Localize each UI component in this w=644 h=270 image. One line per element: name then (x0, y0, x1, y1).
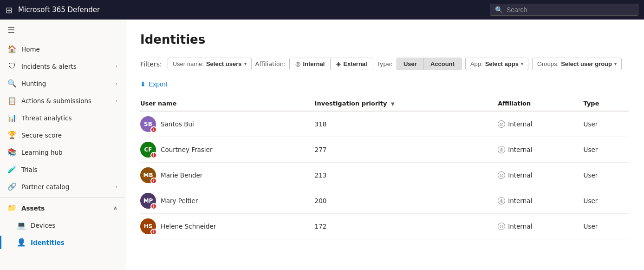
td-type: User (584, 214, 629, 239)
sidebar-divider (0, 197, 125, 198)
table-row[interactable]: SB i Santos Bui 318 ◎ Internal User (140, 111, 629, 137)
sidebar-item-identities[interactable]: 👤 Identities (0, 234, 125, 251)
td-priority: 200 (315, 188, 498, 214)
affiliation-label: Internal (508, 171, 532, 179)
search-icon: 🔍 (495, 6, 503, 13)
home-icon: 🏠 (7, 45, 17, 53)
type-filter-group: User Account (397, 58, 462, 70)
table-row[interactable]: HS i Helene Schneider 172 ◎ Internal Use… (140, 214, 629, 239)
affil-external-icon: ◈ (336, 60, 341, 67)
identities-table: User name Investigation priority ▼ Affil… (140, 96, 629, 239)
affiliation-label: Internal (508, 146, 532, 153)
avatar-alert-icon: i (150, 229, 157, 235)
affiliation-key-label: Affiliation: (255, 60, 286, 67)
filters-row: Filters: User name: Select users ▾ Affil… (140, 58, 629, 70)
td-affiliation: ◎ Internal (498, 163, 583, 188)
sidebar-item-incidents[interactable]: 🛡 Incidents & alerts › (0, 58, 125, 75)
sidebar-assets-header[interactable]: 📁 Assets ∧ (0, 199, 125, 217)
chevron-icon: › (116, 184, 117, 190)
th-username: User name (140, 96, 315, 111)
export-button[interactable]: ⬇ Export (140, 79, 167, 90)
affiliation-filter-group: ◎ Internal ◈ External (289, 58, 373, 70)
sidebar-item-threat[interactable]: 📊 Threat analytics (0, 109, 125, 126)
affil-internal-icon: ◎ (295, 60, 300, 67)
grid-icon[interactable]: ⊞ (6, 5, 13, 15)
page-title: Identities (140, 33, 629, 46)
td-username: MP i Mary Peltier (140, 188, 315, 214)
username-val-label: Select users (206, 60, 242, 67)
table-row[interactable]: MP i Mary Peltier 200 ◎ Internal User (140, 188, 629, 214)
username-filter[interactable]: User name: Select users ▾ (168, 58, 252, 70)
chevron-icon: › (116, 63, 117, 69)
avatar-wrap: MP i (140, 193, 156, 209)
hunting-icon: 🔍 (7, 79, 17, 88)
sidebar-item-home[interactable]: 🏠 Home (0, 40, 125, 58)
table-header-row: User name Investigation priority ▼ Affil… (140, 96, 629, 111)
affil-internal-btn[interactable]: ◎ Internal (290, 58, 331, 70)
affil-external-label: External (343, 60, 367, 67)
affiliation-icon: ◎ (498, 197, 505, 204)
td-username: MB i Marie Bender (140, 163, 315, 188)
identities-icon: 👤 (17, 238, 26, 247)
avatar-wrap: HS i (140, 218, 156, 234)
affiliation-label: Internal (508, 197, 532, 204)
secure-icon: 🏆 (7, 131, 17, 139)
type-account-btn[interactable]: Account (424, 58, 461, 70)
affil-external-btn[interactable]: ◈ External (331, 58, 372, 70)
export-row: ⬇ Export (140, 79, 629, 90)
user-name: Marie Bender (161, 171, 202, 179)
avatar-wrap: SB i (140, 116, 156, 132)
td-priority: 277 (315, 137, 498, 163)
partner-icon: 🔗 (7, 182, 17, 191)
td-type: User (584, 111, 629, 137)
sidebar-item-hunting[interactable]: 🔍 Hunting › (0, 75, 125, 92)
avatar-alert-icon: i (150, 178, 157, 184)
chevron-down-icon: ▾ (521, 61, 523, 66)
td-username: SB i Santos Bui (140, 111, 315, 137)
affiliation-label: Internal (508, 223, 532, 230)
trials-icon: 🧪 (7, 165, 17, 174)
sidebar-item-partner[interactable]: 🔗 Partner catalog › (0, 178, 125, 195)
sort-icon: ▼ (391, 101, 395, 106)
shield-icon: 🛡 (7, 62, 17, 71)
sidebar-item-secure[interactable]: 🏆 Secure score (0, 126, 125, 144)
td-username: CF i Courtney Frasier (140, 137, 315, 163)
export-icon: ⬇ (140, 80, 146, 88)
app-val-label: Select apps (485, 60, 519, 67)
type-key-label: Type: (377, 60, 393, 67)
groups-filter[interactable]: Groups: Select user group ▾ (532, 58, 622, 70)
topbar: ⊞ Microsoft 365 Defender 🔍 (0, 0, 644, 20)
th-priority[interactable]: Investigation priority ▼ (315, 96, 498, 111)
affiliation-label: Internal (508, 120, 532, 128)
search-input[interactable] (507, 6, 633, 13)
affil-internal-label: Internal (303, 60, 325, 67)
main-content: Identities Filters: User name: Select us… (125, 20, 644, 270)
user-name: Helene Schneider (161, 223, 216, 230)
td-priority: 213 (315, 163, 498, 188)
sidebar-toggle[interactable]: ☰ (0, 20, 125, 40)
chevron-icon: › (116, 80, 117, 86)
sidebar-item-actions[interactable]: 📋 Actions & submissions › (0, 92, 125, 109)
devices-icon: 💻 (17, 221, 26, 230)
td-type: User (584, 163, 629, 188)
avatar-alert-icon: i (150, 126, 157, 133)
affiliation-icon: ◎ (498, 120, 505, 128)
avatar-alert-icon: i (150, 152, 157, 158)
th-affiliation: Affiliation (498, 96, 583, 111)
td-priority: 318 (315, 111, 498, 137)
table-row[interactable]: CF i Courtney Frasier 277 ◎ Internal Use… (140, 137, 629, 163)
td-affiliation: ◎ Internal (498, 188, 583, 214)
user-name: Mary Peltier (161, 197, 198, 204)
sidebar-item-trials[interactable]: 🧪 Trials (0, 161, 125, 178)
td-priority: 172 (315, 214, 498, 239)
search-box: 🔍 (490, 4, 638, 16)
table-row[interactable]: MB i Marie Bender 213 ◎ Internal User (140, 163, 629, 188)
sidebar-item-learning[interactable]: 📚 Learning hub (0, 144, 125, 161)
export-label: Export (149, 80, 167, 88)
th-type: Type (584, 96, 629, 111)
app-filter[interactable]: App: Select apps ▾ (465, 58, 528, 70)
username-key-label: User name: (173, 60, 204, 67)
sidebar-item-devices[interactable]: 💻 Devices (0, 217, 125, 234)
avatar-wrap: CF i (140, 142, 156, 158)
type-user-btn[interactable]: User (397, 58, 424, 70)
